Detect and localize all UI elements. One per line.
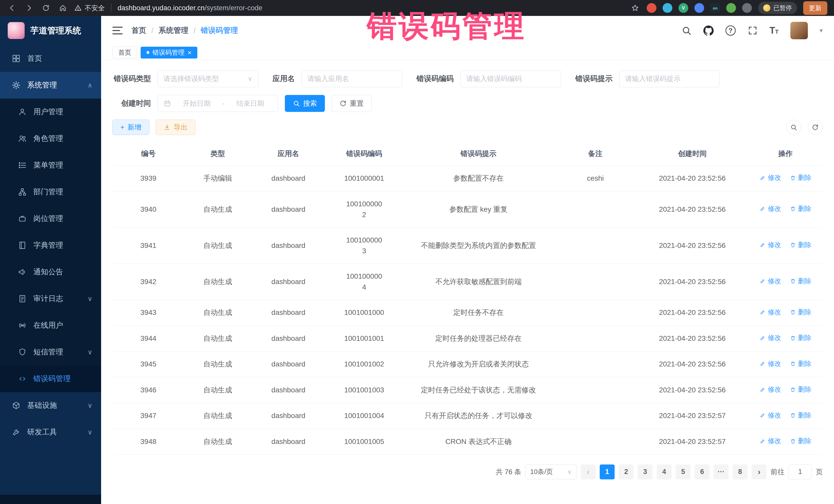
pencil-icon (760, 360, 766, 367)
sidebar-item-role-management[interactable]: 角色管理 (0, 125, 101, 152)
sidebar-item-sms-management[interactable]: 短信管理 ∨ (0, 339, 101, 366)
page-button-3[interactable]: 3 (638, 464, 653, 479)
dashboard-icon (11, 54, 21, 63)
bookmark-star-icon[interactable] (630, 3, 640, 13)
sidebar-item-notice[interactable]: 通知公告 (0, 259, 101, 285)
cell-hint: 只允许修改为开启或者关闭状态 (403, 351, 554, 377)
toggle-search-button[interactable] (786, 120, 801, 135)
sidebar-item-dev-tools[interactable]: 研发工具 ∨ (0, 419, 101, 445)
delete-link[interactable]: 删除 (790, 333, 811, 343)
sidebar-item-online-users[interactable]: 在线用户 (0, 312, 101, 339)
edit-link[interactable]: 修改 (760, 240, 781, 250)
sidebar-item-label: 基础设施 (27, 400, 57, 411)
sidebar-item-post-management[interactable]: 岗位管理 (0, 205, 101, 232)
cell-time: 2021-04-20 23:52:56 (636, 300, 748, 326)
delete-link[interactable]: 删除 (790, 204, 811, 214)
delete-link[interactable]: 删除 (790, 307, 811, 317)
sidebar-item-label: 系统管理 (27, 80, 57, 90)
reload-icon[interactable] (41, 3, 51, 13)
forward-icon[interactable] (24, 3, 35, 13)
sidebar-item-audit-log[interactable]: 审计日志 ∨ (0, 285, 101, 312)
delete-link[interactable]: 删除 (790, 240, 811, 250)
add-button[interactable]: + 新增 (112, 119, 149, 135)
date-range-picker[interactable]: - (158, 95, 278, 112)
sidebar-item-dict-management[interactable]: 字典管理 (0, 232, 101, 259)
sidebar-item-menu-management[interactable]: 菜单管理 (0, 152, 101, 179)
start-date-input[interactable] (175, 100, 219, 108)
caret-down-icon[interactable]: ▾ (820, 27, 823, 34)
sidebar-item-home[interactable]: 首页 (0, 45, 101, 72)
sidebar-collapse-bar[interactable] (0, 495, 101, 504)
sidebar-item-infrastructure[interactable]: 基础设施 ∨ (0, 392, 101, 419)
sidebar-item-dept-management[interactable]: 部门管理 (0, 179, 101, 205)
delete-link[interactable]: 删除 (790, 173, 811, 183)
extension-recorder-icon[interactable] (647, 3, 656, 13)
extension-puzzle-icon[interactable] (742, 3, 752, 13)
github-icon[interactable] (703, 25, 714, 36)
edit-link[interactable]: 修改 (760, 436, 781, 446)
sidebar-toggle-icon[interactable] (112, 27, 123, 35)
page-button-1[interactable]: 1 (600, 464, 615, 479)
page-button-2[interactable]: 2 (619, 464, 634, 479)
help-icon[interactable]: ? (725, 25, 736, 36)
export-button[interactable]: 导出 (155, 119, 196, 135)
error-hint-field[interactable] (625, 75, 714, 83)
breadcrumb-system[interactable]: 系统管理 (159, 25, 188, 36)
edit-link[interactable]: 修改 (760, 333, 781, 343)
more-pages-button[interactable]: ··· (714, 464, 728, 479)
back-icon[interactable] (7, 3, 18, 13)
extension-vue-devtools-icon[interactable]: V (679, 3, 688, 13)
edit-link[interactable]: 修改 (760, 204, 781, 214)
paused-badge[interactable]: 已暂停 (758, 2, 797, 14)
sidebar-item-system-management[interactable]: 系统管理 ∧ (0, 72, 101, 98)
app-name-field[interactable] (307, 75, 396, 83)
delete-link[interactable]: 删除 (790, 410, 811, 420)
col-app: 应用名 (251, 142, 326, 166)
search-button[interactable]: 搜索 (285, 95, 325, 112)
update-browser-button[interactable]: 更新 (803, 1, 827, 15)
reset-button[interactable]: 重置 (332, 95, 372, 112)
refresh-table-button[interactable] (808, 120, 823, 135)
error-type-select[interactable]: 请选择错误码类型 ∨ (158, 70, 258, 87)
filter-error-code: 错误码编码 (416, 70, 561, 87)
font-size-icon[interactable]: TT (770, 25, 778, 36)
delete-link[interactable]: 删除 (790, 385, 811, 394)
edit-link[interactable]: 修改 (760, 385, 781, 394)
fullscreen-icon[interactable] (748, 25, 758, 36)
tag-error-code[interactable]: 错误码管理 × (140, 47, 197, 59)
page-button-8[interactable]: 8 (733, 464, 748, 479)
extension-grid-icon[interactable] (695, 3, 704, 13)
extension-drop-icon[interactable] (663, 3, 672, 13)
user-avatar[interactable] (790, 22, 808, 39)
edit-link[interactable]: 修改 (760, 276, 781, 286)
search-icon[interactable] (681, 25, 692, 36)
security-indicator[interactable]: 不安全 (74, 4, 105, 13)
close-icon[interactable]: × (188, 49, 192, 56)
end-date-input[interactable] (228, 100, 272, 108)
extension-leaf-icon[interactable] (726, 3, 736, 13)
edit-link[interactable]: 修改 (760, 173, 781, 183)
page-size-select[interactable]: 10条/页 ∨ (525, 464, 577, 479)
error-code-field[interactable] (466, 75, 555, 83)
tag-home[interactable]: 首页 (112, 47, 137, 59)
delete-link[interactable]: 删除 (790, 276, 811, 286)
sidebar-item-user-management[interactable]: 用户管理 (0, 98, 101, 125)
pencil-icon (760, 438, 766, 444)
page-button-4[interactable]: 4 (657, 464, 672, 479)
pencil-icon (760, 387, 766, 393)
delete-link[interactable]: 删除 (790, 359, 811, 369)
extension-on-icon[interactable]: on (710, 3, 720, 13)
prev-page-button[interactable]: ‹ (581, 464, 596, 479)
page-button-6[interactable]: 6 (695, 464, 709, 479)
goto-page-input[interactable] (789, 464, 812, 479)
edit-link[interactable]: 修改 (760, 410, 781, 420)
home-icon[interactable] (58, 3, 68, 13)
breadcrumb-home[interactable]: 首页 (131, 25, 146, 36)
page-button-5[interactable]: 5 (676, 464, 690, 479)
address-bar[interactable]: dashboard.yudao.iocoder.cn/system/error-… (117, 4, 262, 12)
delete-link[interactable]: 删除 (790, 436, 811, 446)
next-page-button[interactable]: › (752, 464, 767, 479)
edit-link[interactable]: 修改 (760, 307, 781, 317)
edit-link[interactable]: 修改 (760, 359, 781, 369)
sidebar-item-error-code-management[interactable]: 错误码管理 (0, 366, 101, 392)
